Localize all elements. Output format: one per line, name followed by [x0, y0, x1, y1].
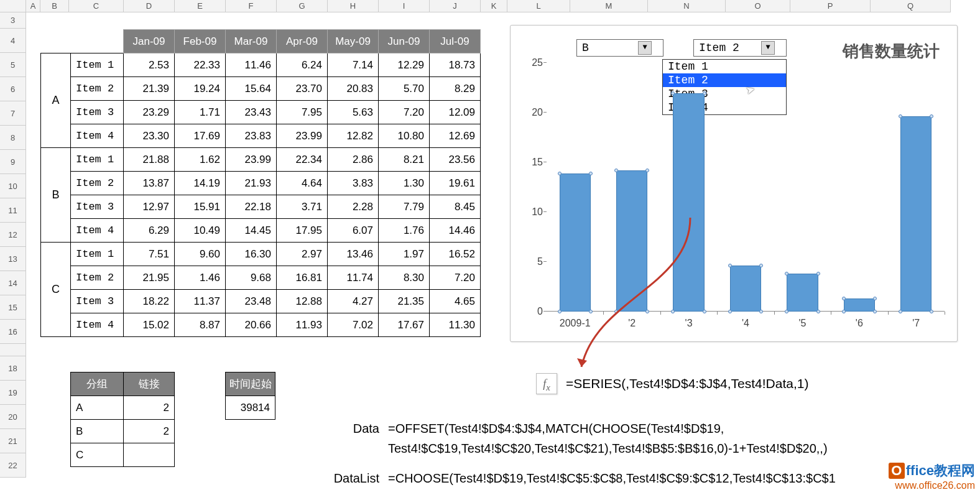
value-cell[interactable]: 15.64	[226, 77, 277, 101]
value-cell[interactable]: 17.69	[175, 124, 226, 148]
item-cell[interactable]: Item 4	[71, 313, 124, 337]
value-cell[interactable]: 11.37	[175, 290, 226, 313]
chart-bar[interactable]	[900, 116, 931, 312]
chart-bar[interactable]	[730, 266, 761, 312]
group-cell[interactable]: A	[41, 53, 71, 148]
group-dropdown[interactable]: B ▼	[576, 39, 663, 57]
small-table-cell[interactable]: 2	[124, 420, 175, 443]
chart-container[interactable]: 销售数量统计 B ▼ Item 2 ▼ Item 1Item 2Item 3It…	[510, 25, 958, 342]
item-cell[interactable]: Item 3	[71, 290, 124, 313]
value-cell[interactable]: 23.56	[430, 148, 481, 172]
value-cell[interactable]: 4.65	[430, 290, 481, 313]
value-cell[interactable]: 14.45	[226, 219, 277, 243]
chevron-down-icon[interactable]: ▼	[638, 41, 652, 55]
value-cell[interactable]: 4.64	[277, 172, 328, 195]
column-headers[interactable]: ABCDEFGHIJKLMNOPQ	[0, 0, 951, 12]
item-cell[interactable]: Item 2	[71, 266, 124, 290]
value-cell[interactable]: 2.86	[328, 148, 379, 172]
item-cell[interactable]: Item 1	[71, 148, 124, 172]
value-cell[interactable]: 16.30	[226, 243, 277, 266]
col-header-G[interactable]: G	[277, 0, 328, 12]
value-cell[interactable]: 8.87	[175, 313, 226, 337]
row-header-22[interactable]: 22	[0, 453, 26, 478]
col-header-C[interactable]: C	[69, 0, 124, 12]
value-cell[interactable]: 7.51	[124, 243, 175, 266]
col-header-D[interactable]: D	[124, 0, 175, 12]
col-header-P[interactable]: P	[790, 0, 871, 12]
value-cell[interactable]: 16.52	[430, 243, 481, 266]
row-headers[interactable]: 3456789101112131415161819202122	[0, 12, 26, 478]
value-cell[interactable]: 3.71	[277, 195, 328, 219]
value-cell[interactable]: 23.70	[277, 77, 328, 101]
row-header-18[interactable]: 18	[0, 356, 26, 381]
col-header-L[interactable]: L	[507, 0, 570, 12]
value-cell[interactable]: 15.02	[124, 313, 175, 337]
value-cell[interactable]: 23.83	[226, 124, 277, 148]
value-cell[interactable]: 23.30	[124, 124, 175, 148]
value-cell[interactable]: 23.43	[226, 101, 277, 124]
value-cell[interactable]: 4.27	[328, 290, 379, 313]
value-cell[interactable]: 1.76	[379, 219, 430, 243]
value-cell[interactable]: 22.34	[277, 148, 328, 172]
value-cell[interactable]: 23.99	[277, 124, 328, 148]
month-header[interactable]: Jan-09	[124, 30, 175, 53]
month-header[interactable]: Mar-09	[226, 30, 277, 53]
month-header[interactable]: May-09	[328, 30, 379, 53]
value-cell[interactable]: 19.61	[430, 172, 481, 195]
item-cell[interactable]: Item 1	[71, 53, 124, 77]
item-cell[interactable]: Item 4	[71, 219, 124, 243]
group-link-table[interactable]: 分组 链接 A2B2C	[70, 372, 175, 467]
value-cell[interactable]: 8.21	[379, 148, 430, 172]
value-cell[interactable]: 23.29	[124, 101, 175, 124]
row-header-15[interactable]: 15	[0, 295, 26, 320]
col-header-F[interactable]: F	[226, 0, 277, 12]
item-cell[interactable]: Item 3	[71, 101, 124, 124]
value-cell[interactable]: 13.87	[124, 172, 175, 195]
chart-bar[interactable]	[560, 173, 591, 312]
value-cell[interactable]: 7.79	[379, 195, 430, 219]
value-cell[interactable]: 17.95	[277, 219, 328, 243]
col-header-M[interactable]: M	[570, 0, 648, 12]
value-cell[interactable]: 14.46	[430, 219, 481, 243]
row-header-8[interactable]: 8	[0, 126, 26, 150]
item-cell[interactable]: Item 2	[71, 77, 124, 101]
time-start-table[interactable]: 时间起始 39814	[225, 372, 275, 420]
chart-bar[interactable]	[844, 298, 875, 312]
value-cell[interactable]: 1.71	[175, 101, 226, 124]
row-header-3[interactable]: 3	[0, 12, 26, 29]
item-cell[interactable]: Item 2	[71, 172, 124, 195]
value-cell[interactable]: 12.97	[124, 195, 175, 219]
value-cell[interactable]: 11.93	[277, 313, 328, 337]
value-cell[interactable]: 1.46	[175, 266, 226, 290]
value-cell[interactable]: 10.80	[379, 124, 430, 148]
value-cell[interactable]: 8.45	[430, 195, 481, 219]
item-cell[interactable]: Item 1	[71, 243, 124, 266]
small-table-cell[interactable]	[124, 443, 175, 467]
value-cell[interactable]: 6.24	[277, 53, 328, 77]
value-cell[interactable]: 22.18	[226, 195, 277, 219]
month-header[interactable]: Jun-09	[379, 30, 430, 53]
value-cell[interactable]: 23.99	[226, 148, 277, 172]
value-cell[interactable]: 12.69	[430, 124, 481, 148]
item-cell[interactable]: Item 3	[71, 195, 124, 219]
value-cell[interactable]: 23.48	[226, 290, 277, 313]
value-cell[interactable]: 21.95	[124, 266, 175, 290]
value-cell[interactable]: 12.09	[430, 101, 481, 124]
value-cell[interactable]: 11.46	[226, 53, 277, 77]
row-header-9[interactable]: 9	[0, 150, 26, 174]
value-cell[interactable]: 3.83	[328, 172, 379, 195]
value-cell[interactable]: 22.33	[175, 53, 226, 77]
value-cell[interactable]: 8.29	[430, 77, 481, 101]
col-header-E[interactable]: E	[175, 0, 226, 12]
value-cell[interactable]: 6.07	[328, 219, 379, 243]
value-cell[interactable]: 18.73	[430, 53, 481, 77]
chart-bar[interactable]	[787, 274, 818, 312]
value-cell[interactable]: 19.24	[175, 77, 226, 101]
value-cell[interactable]: 21.93	[226, 172, 277, 195]
value-cell[interactable]: 5.63	[328, 101, 379, 124]
value-cell[interactable]: 2.97	[277, 243, 328, 266]
value-cell[interactable]: 2.28	[328, 195, 379, 219]
small-table-cell[interactable]: B	[71, 420, 124, 443]
col-header-O[interactable]: O	[726, 0, 790, 12]
chart-bar[interactable]	[673, 93, 704, 312]
